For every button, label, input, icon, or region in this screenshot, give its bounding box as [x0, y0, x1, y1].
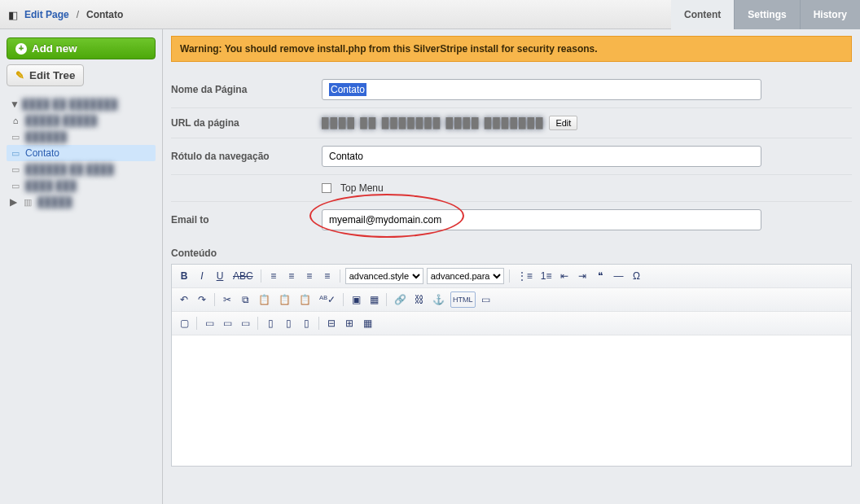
align-justify-button[interactable]: ≡	[320, 268, 335, 284]
image-button[interactable]: ▣	[349, 291, 363, 308]
row-delete-button[interactable]: ▭	[238, 315, 252, 331]
tree-item[interactable]: ██████	[7, 129, 156, 145]
hr-button[interactable]: —	[611, 268, 625, 284]
tree-item[interactable]: ████ ███	[7, 177, 156, 194]
content-label: Conteúdo	[171, 238, 852, 264]
cell-props-button[interactable]: ▢	[177, 315, 191, 331]
editor-toolbar-row-2: ↶ ↷ ✂ ⧉ 📋 📋 📋 ᴬᴮ✓ ▣ ▦ 🔗 ⛓ ⚓ HTML	[172, 288, 851, 312]
main-content: Warning: You should remove install.php f…	[163, 29, 860, 504]
edit-tree-label: Edit Tree	[29, 69, 75, 81]
top-menu-checkbox[interactable]	[322, 183, 331, 193]
blockquote-button[interactable]: ❝	[593, 268, 608, 284]
add-new-label: Add new	[32, 42, 77, 55]
breadcrumb-root[interactable]: Edit Page	[24, 9, 69, 20]
email-to-input[interactable]	[322, 209, 761, 230]
merge-cell-button[interactable]: ⊞	[342, 315, 357, 331]
add-new-button[interactable]: + Add new	[7, 37, 156, 59]
url-value: ████ ██ ███████ ████ ███████	[322, 117, 544, 129]
home-icon	[10, 115, 21, 126]
undo-button[interactable]: ↶	[177, 291, 191, 308]
style-select[interactable]: advanced.style	[345, 268, 423, 284]
page-icon	[10, 180, 21, 191]
editor-textarea[interactable]	[172, 335, 851, 466]
page-icon	[10, 131, 21, 142]
paste-button[interactable]: 📋	[256, 291, 273, 308]
align-center-button[interactable]: ≡	[284, 268, 299, 284]
tab-content[interactable]: Content	[671, 0, 734, 29]
paste-word-button[interactable]: 📋	[296, 291, 314, 308]
outdent-button[interactable]: ⇤	[557, 268, 572, 284]
special-char-button[interactable]: Ω	[629, 268, 643, 284]
tree-item[interactable]: ▼████ ██ ███████	[7, 96, 156, 112]
indent-button[interactable]: ⇥	[575, 268, 590, 284]
paragraph-select[interactable]: advanced.para	[427, 268, 504, 284]
italic-button[interactable]: I	[195, 268, 209, 284]
page-icon	[10, 164, 21, 175]
html-button[interactable]: HTML	[450, 291, 476, 308]
table-button[interactable]: ▦	[366, 291, 381, 308]
underline-button[interactable]: U	[213, 268, 227, 284]
row-before-button[interactable]: ▭	[202, 315, 217, 331]
breadcrumb: Edit Page / Contato	[0, 0, 131, 28]
editor-toolbar-row-1: B I U ABC ≡ ≡ ≡ ≡ advanced.style advance…	[172, 265, 851, 288]
copy-button[interactable]: ⧉	[238, 291, 252, 308]
cut-button[interactable]: ✂	[220, 291, 235, 308]
top-menu-label: Top Menu	[340, 182, 384, 194]
col-after-button[interactable]: ▯	[281, 315, 296, 331]
tree-item[interactable]: ██████ ██ ████	[7, 161, 156, 177]
email-to-label: Email to	[171, 214, 322, 226]
align-right-button[interactable]: ≡	[302, 268, 317, 284]
breadcrumb-separator: /	[74, 9, 81, 20]
redo-button[interactable]: ↷	[195, 291, 209, 308]
tree-item-selected[interactable]: Contato	[7, 145, 156, 161]
spellcheck-button[interactable]: ᴬᴮ✓	[317, 291, 338, 308]
sidebar: + Add new ✎ Edit Tree ▼████ ██ ███████ █…	[0, 29, 163, 504]
edit-tree-button[interactable]: ✎ Edit Tree	[7, 64, 84, 86]
rich-text-editor: B I U ABC ≡ ≡ ≡ ≡ advanced.style advance…	[171, 264, 852, 467]
silverstripe-icon	[8, 9, 20, 20]
number-list-button[interactable]: 1≡	[538, 268, 555, 284]
tab-history[interactable]: History	[800, 0, 860, 29]
page-name-label: Nome da Página	[171, 84, 322, 95]
plus-icon: +	[15, 43, 27, 55]
warning-banner: Warning: You should remove install.php f…	[171, 36, 852, 62]
page-icon	[10, 147, 21, 159]
table-props-button[interactable]: ▦	[360, 315, 375, 331]
chevron-down-icon: ▼	[10, 99, 18, 110]
page-name-input[interactable]: Contato	[322, 79, 761, 100]
url-label: URL da página	[171, 117, 322, 129]
row-after-button[interactable]: ▭	[220, 315, 235, 331]
page-tree: ▼████ ██ ███████ █████ █████ ██████ Cont…	[7, 96, 156, 210]
strikethrough-button[interactable]: ABC	[230, 268, 256, 284]
tree-item[interactable]: ▶█████	[7, 194, 156, 210]
fullscreen-button[interactable]: ▭	[479, 291, 494, 308]
unlink-button[interactable]: ⛓	[412, 291, 427, 308]
bullet-list-button[interactable]: ⋮≡	[515, 268, 535, 284]
chevron-right-icon: ▶	[10, 196, 18, 208]
tree-item[interactable]: █████ █████	[7, 112, 156, 129]
col-before-button[interactable]: ▯	[263, 315, 278, 331]
pencil-icon: ✎	[15, 69, 24, 81]
col-delete-button[interactable]: ▯	[299, 315, 314, 331]
bold-button[interactable]: B	[177, 268, 191, 284]
nav-label-input[interactable]	[322, 146, 761, 167]
folder-icon	[22, 196, 33, 208]
paste-text-button[interactable]: 📋	[276, 291, 293, 308]
nav-label-label: Rótulo da navegação	[171, 151, 322, 162]
split-cell-button[interactable]: ⊟	[324, 315, 339, 331]
breadcrumb-page: Contato	[86, 9, 123, 20]
align-left-button[interactable]: ≡	[266, 268, 281, 284]
tab-settings[interactable]: Settings	[734, 0, 799, 29]
url-edit-button[interactable]: Edit	[549, 116, 577, 130]
editor-toolbar-row-3: ▢ ▭ ▭ ▭ ▯ ▯ ▯ ⊟ ⊞ ▦	[172, 312, 851, 335]
anchor-button[interactable]: ⚓	[430, 291, 447, 308]
link-button[interactable]: 🔗	[392, 291, 409, 308]
